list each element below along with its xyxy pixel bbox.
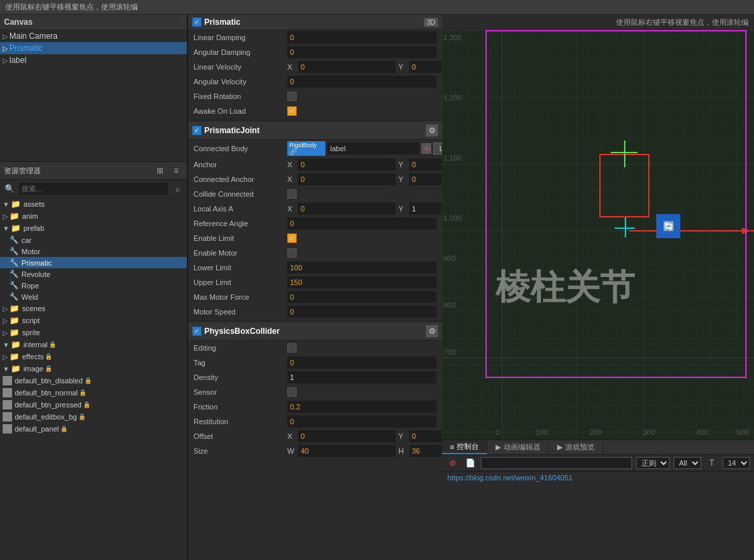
density-label: Density [194,373,287,381]
anchor-row: Anchor X Y [188,157,442,172]
hierarchy-item-prismatic[interactable]: ▷ Prismatic [0,42,187,54]
divider [188,120,442,120]
folder-image[interactable]: ▼ 📁 image 🔒 [0,363,187,375]
offset-x-input[interactable] [298,430,396,442]
size-w-input[interactable] [298,445,396,457]
folder-effects[interactable]: ▷ 📁 effects 🔒 [0,351,187,363]
enable-motor-checkbox[interactable] [287,248,297,258]
search-submit-btn[interactable]: ⌕ [171,182,184,195]
console-tab-icon: ≡ [450,443,454,451]
file-car[interactable]: ▷ 🔧 car [0,234,187,246]
folder-sprite[interactable]: ▷ 📁 sprite [0,326,187,339]
mode-select[interactable]: 正则 [636,457,670,469]
joint-enable-checkbox[interactable]: ✓ [192,126,202,135]
max-motor-force-input[interactable] [287,291,437,303]
assets-search-input[interactable] [19,183,168,195]
enable-limit-label: Enable Limit [194,234,287,242]
connected-anchor-x-input[interactable] [298,173,396,185]
bottom-tabs: ≡ 控制台 ▶ 动画编辑器 ▶ 游戏预览 [442,440,754,455]
anchor-y-input[interactable] [409,159,442,171]
fixed-rotation-checkbox[interactable] [287,92,297,101]
size-h-input[interactable] [409,445,442,457]
file-default-btn-pressed[interactable]: default_btn_pressed 🔒 [0,399,187,411]
last-button[interactable]: Last [433,143,442,155]
reference-angle-input[interactable] [287,217,437,229]
x-label-100: 100 [536,428,548,436]
file-label: default_btn_normal [15,389,78,397]
tab-console[interactable]: ≡ 控制台 [442,440,487,454]
enable-limit-checkbox[interactable]: ✓ [287,234,297,243]
connected-body-clear-btn[interactable]: ✕ [421,143,431,154]
file-weld[interactable]: ▷ 🔧 Weld [0,291,187,302]
linear-velocity-y-input[interactable] [409,61,442,73]
y-label: Y [398,175,406,183]
sensor-checkbox[interactable] [287,387,297,397]
arrow-icon: ▷ [3,33,8,40]
density-input[interactable] [287,371,437,383]
collider-enable-checkbox[interactable]: ✓ [192,326,202,336]
lower-limit-input[interactable] [287,262,437,274]
linear-velocity-x-input[interactable] [298,61,396,73]
file-default-btn-normal[interactable]: default_btn_normal 🔒 [0,387,187,399]
local-axis-a-y-input[interactable] [409,203,442,215]
angular-velocity-input[interactable] [287,76,437,88]
search-icon[interactable]: 🔍 [3,182,16,195]
friction-input[interactable] [287,401,437,413]
connected-anchor-y-input[interactable] [409,173,442,185]
y-label-1200: 1,200 [443,94,462,102]
collide-connected-checkbox[interactable] [287,189,297,199]
tag-input[interactable] [287,357,437,369]
angular-damping-input[interactable] [287,46,437,58]
upper-limit-input[interactable] [287,276,437,288]
file-rope[interactable]: ▷ 🔧 Rope [0,280,187,291]
linear-damping-input[interactable] [287,31,437,43]
file-prismatic[interactable]: ▷ 🔧 Prismatic [0,257,187,268]
folder-internal[interactable]: ▼ 📁 internal 🔒 [0,339,187,351]
folder-scenes[interactable]: ▷ 📁 scenes [0,302,187,314]
anchor-x-input[interactable] [298,159,396,171]
bottom-content: https://blog.csdn.net/weixin_41604051 [442,472,754,560]
collider-gear-btn[interactable]: ⚙ [426,325,438,337]
stop-btn[interactable]: ⊘ [446,456,459,470]
filter-select[interactable]: All [674,457,701,469]
folder-prefab[interactable]: ▼ 📁 prefab [0,222,187,234]
text-icon[interactable]: T [705,456,719,470]
joint-title: PrismaticJoint [204,126,423,135]
prismatic-component-header: ✓ Prismatic 3D [188,15,442,30]
folder-icon: 📁 [9,328,19,337]
connected-body-input[interactable] [327,143,419,155]
file-default-panel[interactable]: default_panel 🔒 [0,423,187,435]
y-label-800: 800 [443,301,455,309]
file-default-btn-disabled[interactable]: default_btn_disabled 🔒 [0,375,187,387]
folder-anim[interactable]: ▷ 📁 anim [0,210,187,222]
editing-checkbox[interactable] [287,343,297,353]
file-motor[interactable]: ▷ 🔧 Motor [0,246,187,257]
file-btn[interactable]: 📄 [463,456,477,470]
hierarchy-item-main-camera[interactable]: ▷ Main Camera [0,30,187,42]
restitution-input[interactable] [287,415,437,428]
hierarchy-item-label[interactable]: ▷ label [0,54,187,66]
console-search-input[interactable] [481,457,632,469]
folder-assets[interactable]: ▼ 📁 assets [0,198,187,210]
prismatic-enable-checkbox[interactable]: ✓ [192,17,202,27]
folder-icon: 📁 [9,352,19,361]
assets-icon-btn1[interactable]: ⊞ [153,164,167,177]
motor-speed-input[interactable] [287,306,437,318]
divider2 [188,320,442,321]
file-icon: 🔧 [9,247,19,256]
offset-y-input[interactable] [409,430,442,442]
file-default-editbox-bg[interactable]: default_editbox_bg 🔒 [0,411,187,423]
local-axis-a-xy: X Y [287,203,442,215]
tab-game-preview[interactable]: ▶ 游戏预览 [549,440,603,454]
file-revolute[interactable]: ▷ 🔧 Revolute [0,268,187,280]
tag-row: Tag [188,355,442,370]
folder-script[interactable]: ▷ 📁 script [0,314,187,326]
x-label-200: 200 [589,428,601,436]
joint-gear-btn[interactable]: ⚙ [426,124,438,136]
local-axis-a-x-input[interactable] [298,203,396,215]
viewport-canvas[interactable]: 1,300 1,200 1,100 1,000 900 800 700 0 10… [442,30,754,440]
font-size-select[interactable]: 14 [723,457,750,469]
tab-animation-editor[interactable]: ▶ 动画编辑器 [487,440,549,454]
awake-on-load-checkbox[interactable]: ✓ [287,106,297,116]
assets-icon-btn2[interactable]: ≡ [169,164,183,177]
